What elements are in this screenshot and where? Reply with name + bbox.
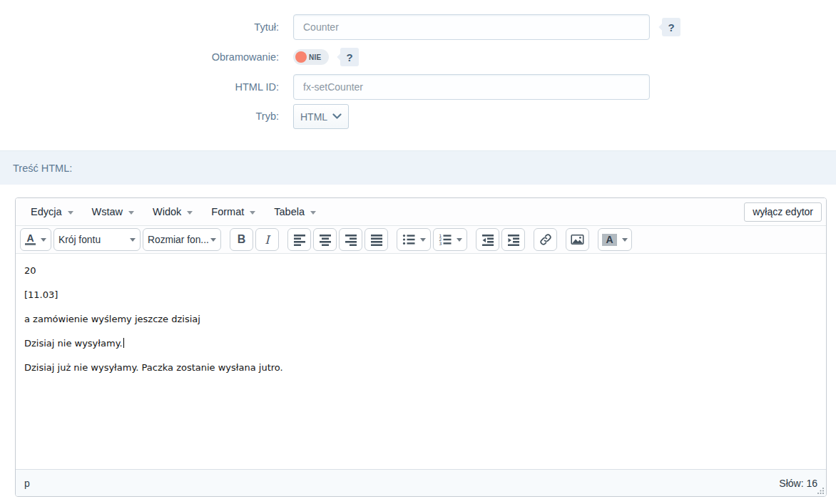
bold-icon: B	[238, 233, 246, 246]
caret-down-icon	[420, 238, 426, 242]
outdent-icon	[481, 233, 494, 246]
font-size-label: Rozmiar fon...	[148, 235, 209, 245]
question-icon: ?	[346, 51, 352, 63]
toggle-state: NIE	[309, 53, 321, 61]
editor-toolbar: A Krój fontu Rozmiar fon... B I	[16, 226, 826, 254]
insert-image-button[interactable]	[566, 228, 589, 251]
content-paragraph: a zamówienie wyślemy jeszcze dzisiaj	[24, 314, 817, 325]
menu-edycja[interactable]: Edycja	[24, 203, 80, 220]
menu-label: Format	[211, 206, 244, 217]
mode-select[interactable]: HTML	[293, 104, 349, 129]
align-right-icon	[345, 233, 357, 246]
menu-widok[interactable]: Widok	[146, 203, 199, 220]
form-row-mode: Tryb:	[0, 104, 279, 129]
caret-down-icon	[310, 211, 316, 215]
word-count: Słów: 16	[779, 478, 817, 489]
menu-label: Edycja	[31, 206, 62, 217]
menu-format[interactable]: Format	[205, 203, 262, 220]
title-help-button[interactable]: ?	[662, 18, 680, 36]
align-left-button[interactable]	[287, 228, 311, 251]
border-toggle[interactable]: NIE	[293, 49, 329, 65]
htmlid-input[interactable]	[293, 74, 650, 100]
form-row-htmlid: HTML ID:	[0, 74, 279, 100]
element-path[interactable]: p	[24, 478, 30, 489]
caret-down-icon	[41, 238, 46, 242]
background-color-icon: A	[602, 234, 616, 246]
outdent-button[interactable]	[476, 228, 499, 251]
caret-down-icon	[128, 211, 134, 215]
content-paragraph: [11.03]	[24, 289, 817, 301]
form-row-title: Tytuł:	[0, 14, 279, 40]
image-icon	[571, 233, 584, 246]
align-center-button[interactable]	[313, 228, 337, 251]
mode-label: Tryb:	[0, 104, 279, 129]
title-label: Tytuł:	[0, 14, 279, 40]
section-header: Treść HTML:	[0, 150, 836, 185]
justify-icon	[370, 233, 383, 246]
font-family-dropdown[interactable]: Krój fontu	[53, 228, 141, 251]
section-label: Treść HTML:	[13, 163, 72, 174]
menu-label: Widok	[153, 206, 181, 217]
caret-down-icon	[210, 238, 216, 242]
bullet-list-icon	[402, 233, 415, 246]
numbered-list-icon: 1 2 3	[439, 233, 452, 246]
font-size-dropdown[interactable]: Rozmiar fon...	[143, 228, 221, 251]
content-paragraph: Dzisiaj już nie wysyłamy. Paczka zostani…	[24, 362, 817, 374]
indent-button[interactable]	[501, 228, 525, 251]
backcolor-button[interactable]: A	[598, 228, 632, 251]
italic-icon: I	[265, 233, 269, 247]
question-icon: ?	[668, 21, 674, 34]
chevron-down-icon	[332, 113, 342, 120]
resize-handle-icon[interactable]	[817, 487, 825, 495]
htmlid-label: HTML ID:	[0, 74, 279, 100]
font-family-label: Krój fontu	[58, 235, 101, 245]
menu-label: Wstaw	[92, 206, 123, 217]
caret-down-icon	[457, 238, 462, 242]
editor-statusbar: p Słów: 16	[16, 469, 826, 496]
form-row-border: Obramowanie:	[0, 49, 279, 65]
numbered-list-button[interactable]: 1 2 3	[433, 228, 467, 251]
caret-down-icon	[622, 238, 628, 242]
border-help-button[interactable]: ?	[340, 48, 359, 66]
caret-down-icon	[187, 211, 193, 215]
caret-down-icon	[130, 238, 136, 242]
svg-text:3: 3	[439, 241, 442, 246]
mode-select-value: HTML	[300, 111, 327, 123]
caret-down-icon	[68, 211, 73, 215]
caret-down-icon	[250, 211, 255, 215]
disable-editor-button[interactable]: wyłącz edytor	[744, 202, 822, 222]
editor-content[interactable]: 20 [11.03] a zamówienie wyślemy jeszcze …	[16, 254, 826, 469]
border-label: Obramowanie:	[0, 49, 279, 65]
menu-label: Tabela	[274, 206, 305, 217]
align-center-icon	[319, 233, 332, 246]
menu-wstaw[interactable]: Wstaw	[86, 203, 141, 220]
content-paragraph: 20	[24, 265, 817, 277]
toggle-knob-icon	[295, 51, 307, 63]
forecolor-button[interactable]: A	[20, 228, 51, 251]
editor-menubar: Edycja Wstaw Widok Format Tabela wyłącz …	[16, 198, 826, 226]
italic-button[interactable]: I	[255, 228, 279, 251]
bold-button[interactable]: B	[230, 228, 253, 251]
content-paragraph: Dzisiaj nie wysyłamy.	[24, 338, 817, 349]
align-left-icon	[293, 233, 306, 246]
bullet-list-button[interactable]	[397, 228, 431, 251]
text-color-icon: A	[25, 234, 35, 245]
richtext-editor: Edycja Wstaw Widok Format Tabela wyłącz …	[15, 197, 827, 497]
text-cursor	[123, 338, 124, 348]
justify-button[interactable]	[365, 228, 388, 251]
title-input[interactable]	[293, 14, 650, 40]
align-right-button[interactable]	[339, 228, 362, 251]
indent-icon	[507, 233, 520, 246]
page: Tytuł: ? Obramowanie: NIE ? HTML ID: Try…	[0, 0, 836, 504]
menu-tabela[interactable]: Tabela	[267, 203, 322, 220]
link-icon	[539, 233, 552, 246]
link-button[interactable]	[534, 228, 557, 251]
